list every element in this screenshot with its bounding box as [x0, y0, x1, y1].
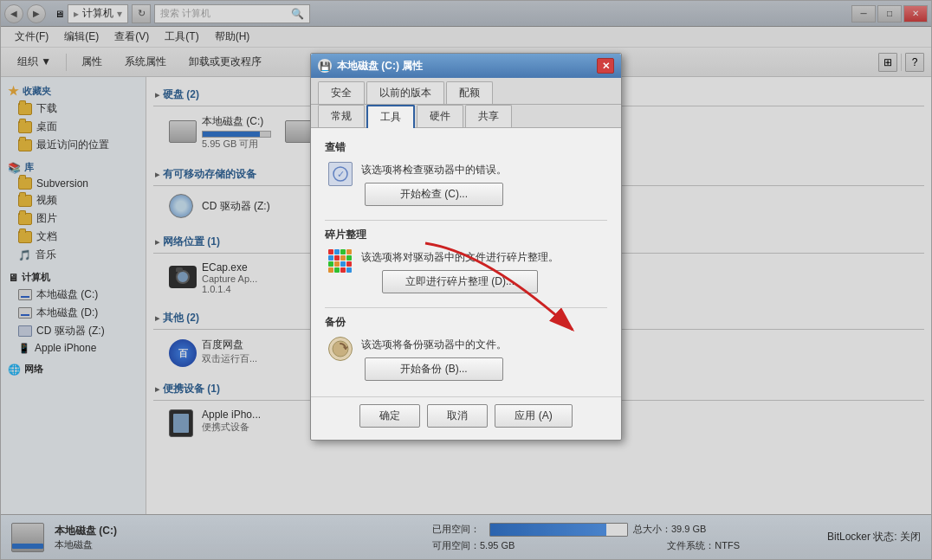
dialog-title: 本地磁盘 (C:) 属性 — [337, 59, 597, 74]
defrag-content: 该选项将对驱动器中的文件进行碎片整理。 立即进行碎片整理 (D)... — [328, 249, 607, 293]
tab-hardware[interactable]: 硬件 — [417, 105, 463, 127]
cancel-button[interactable]: 取消 — [427, 404, 488, 428]
check-content: ✓ 该选项将检查驱动器中的错误。 开始检查 (C)... — [328, 162, 607, 206]
check-description: 该选项将检查驱动器中的错误。 — [361, 162, 507, 177]
tab-sharing[interactable]: 共享 — [465, 105, 512, 127]
check-info: 该选项将检查驱动器中的错误。 开始检查 (C)... — [361, 162, 507, 206]
main-window: ◀ ▶ 🖥 ▸ 计算机 ▾ ↻ 搜索 计算机 🔍 ─ □ ✕ 文件(F) — [0, 0, 932, 560]
backup-description: 该选项将备份驱动器中的文件。 — [361, 337, 507, 352]
svg-text:✓: ✓ — [337, 169, 345, 179]
dialog-titlebar: 💾 本地磁盘 (C:) 属性 ✕ — [311, 54, 621, 78]
ok-button[interactable]: 确定 — [359, 404, 420, 428]
backup-info: 该选项将备份驱动器中的文件。 开始备份 (B)... — [361, 337, 507, 381]
defrag-title: 碎片整理 — [325, 228, 607, 242]
dialog-tabs-row2: 常规 工具 硬件 共享 — [311, 105, 621, 128]
backup-content: 该选项将备份驱动器中的文件。 开始备份 (B)... — [328, 337, 607, 381]
divider-1 — [325, 220, 607, 221]
backup-title: 备份 — [325, 315, 607, 330]
dialog-section-check: 查错 ✓ 该选项将检查驱动器中的错误。 开始检查 (C)... — [325, 140, 607, 206]
dialog-footer: 确定 取消 应用 (A) — [311, 396, 621, 440]
defrag-icon — [328, 249, 353, 274]
tab-tools[interactable]: 工具 — [366, 105, 415, 128]
divider-2 — [325, 307, 607, 308]
dialog-section-backup: 备份 该选项将备份驱动器中的文件。 开始备份 (B)... — [325, 315, 607, 381]
defrag-info: 该选项将对驱动器中的文件进行碎片整理。 立即进行碎片整理 (D)... — [361, 249, 559, 293]
backup-icon — [328, 337, 353, 361]
tab-general[interactable]: 常规 — [318, 105, 365, 127]
dialog-section-defrag: 碎片整理 — [325, 228, 607, 293]
check-icon: ✓ — [328, 162, 353, 186]
start-defrag-button[interactable]: 立即进行碎片整理 (D)... — [382, 270, 538, 293]
tab-quota[interactable]: 配额 — [446, 81, 493, 104]
defrag-description: 该选项将对驱动器中的文件进行碎片整理。 — [361, 249, 559, 265]
dialog-titlebar-icon: 💾 — [318, 59, 332, 73]
dialog-overlay: 💾 本地磁盘 (C:) 属性 ✕ 安全 以前的版本 配额 常规 工具 硬件 共享 — [1, 1, 931, 559]
dialog-content: 查错 ✓ 该选项将检查驱动器中的错误。 开始检查 (C)... — [311, 128, 621, 396]
dialog-tabs: 安全 以前的版本 配额 — [311, 78, 621, 105]
start-check-button[interactable]: 开始检查 (C)... — [365, 183, 503, 206]
dialog-close-button[interactable]: ✕ — [597, 58, 614, 74]
tab-security[interactable]: 安全 — [318, 81, 365, 104]
tab-previous[interactable]: 以前的版本 — [366, 81, 444, 104]
start-backup-button[interactable]: 开始备份 (B)... — [365, 357, 503, 381]
check-title: 查错 — [325, 140, 607, 155]
properties-dialog: 💾 本地磁盘 (C:) 属性 ✕ 安全 以前的版本 配额 常规 工具 硬件 共享 — [310, 53, 622, 441]
apply-button[interactable]: 应用 (A) — [495, 404, 572, 428]
